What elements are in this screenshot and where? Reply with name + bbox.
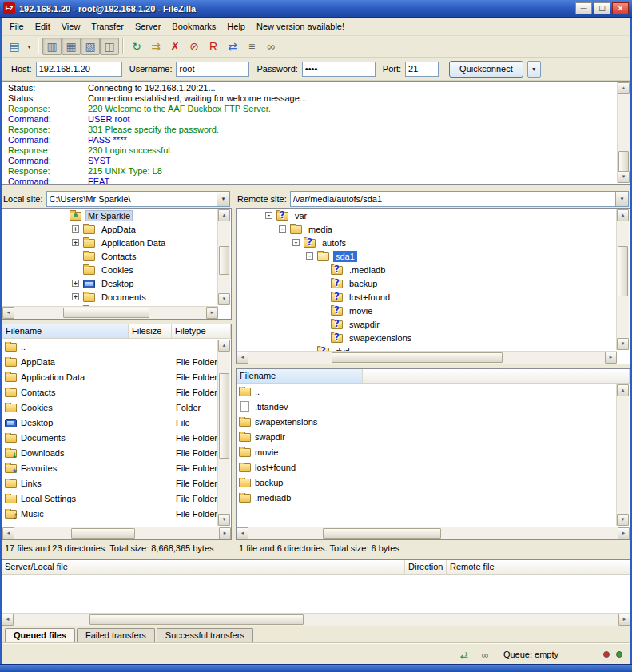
directory-comparison-button[interactable]: ⇄ [223, 38, 242, 55]
scroll-thumb[interactable] [71, 528, 135, 539]
site-manager-dropdown[interactable]: ▾ [24, 38, 34, 55]
scroll-right-icon[interactable]: ► [219, 527, 231, 539]
tree-item[interactable]: + AppData [2, 222, 231, 236]
tree-item[interactable]: + Documents [2, 290, 231, 304]
combo-dropdown-icon[interactable]: ▾ [217, 192, 229, 206]
file-row[interactable]: .. [2, 339, 231, 354]
queue-hscrollbar[interactable]: ◄ ► [2, 613, 630, 626]
scroll-thumb[interactable] [618, 151, 629, 173]
file-row[interactable]: Favorites File Folder [2, 460, 231, 475]
log-scrollbar[interactable]: ▲ ▼ [617, 82, 630, 183]
local-tree-hscrollbar[interactable]: ◄ ► [2, 306, 218, 319]
find-files-button[interactable]: ∞ [261, 38, 280, 55]
expander-icon[interactable]: - [265, 212, 272, 219]
tree-item[interactable]: + Application Data [2, 236, 231, 249]
local-site-input[interactable] [47, 192, 217, 206]
file-row[interactable]: swapdir [237, 429, 630, 444]
host-input[interactable] [36, 62, 122, 77]
scroll-left-icon[interactable]: ◄ [237, 352, 248, 364]
site-manager-button[interactable]: ▤ [5, 38, 24, 55]
reconnect-button[interactable]: R [204, 38, 223, 55]
tree-item[interactable]: - sda1 [237, 249, 630, 263]
tree-item[interactable]: - media [237, 222, 630, 236]
tree-item[interactable]: + Desktop [2, 276, 231, 290]
column-header-remote-file[interactable]: Remote file [447, 560, 630, 574]
remote-site-input[interactable] [291, 192, 615, 206]
scroll-up-icon[interactable]: ▲ [617, 384, 629, 396]
scroll-thumb[interactable] [63, 308, 149, 318]
synchronized-browsing-status-icon[interactable]: ∞ [478, 648, 492, 661]
column-header-filename[interactable]: Filename [2, 324, 129, 338]
queue-tab[interactable]: Queued files [5, 628, 75, 642]
scroll-thumb[interactable] [219, 373, 229, 459]
file-row[interactable]: backup [237, 475, 630, 490]
port-input[interactable] [405, 62, 439, 77]
scroll-down-icon[interactable]: ▼ [218, 514, 230, 526]
scroll-right-icon[interactable]: ► [618, 614, 630, 626]
menu-item[interactable]: Help [221, 19, 251, 34]
title-bar[interactable]: Fz 192.168.1.20 - root@192.168.1.20 - Fi… [0, 0, 632, 18]
scroll-right-icon[interactable]: ► [206, 307, 218, 319]
remote-tree-hscrollbar[interactable]: ◄ ► [237, 351, 617, 364]
combo-dropdown-icon[interactable]: ▾ [615, 192, 628, 206]
file-row[interactable]: Music File Folder [2, 506, 231, 521]
file-row[interactable]: lost+found [237, 459, 630, 475]
expander-icon[interactable]: + [72, 293, 79, 300]
expander-icon[interactable]: + [72, 225, 79, 233]
local-site-combo[interactable]: ▾ [46, 191, 230, 207]
scroll-left-icon[interactable]: ◄ [2, 307, 14, 319]
tree-item[interactable]: backup [237, 276, 630, 290]
file-row[interactable]: Application Data File Folder [2, 369, 231, 384]
column-header-filesize[interactable]: Filesize [129, 324, 172, 338]
cancel-button[interactable]: ✗ [165, 38, 185, 55]
scroll-up-icon[interactable]: ▲ [618, 82, 630, 94]
menu-item[interactable]: View [56, 19, 86, 34]
tree-item[interactable]: - autofs [237, 236, 630, 249]
scroll-thumb[interactable] [332, 352, 503, 363]
local-list-hscrollbar[interactable]: ◄ ► [2, 527, 231, 539]
tree-item[interactable]: movie [237, 304, 630, 317]
scroll-down-icon[interactable]: ▼ [617, 338, 629, 350]
expander-icon[interactable]: - [306, 252, 313, 260]
file-row[interactable]: Local Settings File Folder [2, 491, 231, 506]
minimize-button[interactable]: — [575, 2, 592, 14]
menu-item[interactable]: Transfer [85, 19, 129, 34]
toggle-message-log-button[interactable]: ▥ [42, 38, 62, 55]
scroll-left-icon[interactable]: ◄ [2, 614, 14, 626]
file-row[interactable]: movie [237, 444, 630, 459]
remote-site-combo[interactable]: ▾ [290, 191, 629, 207]
scroll-thumb[interactable] [323, 528, 441, 539]
file-row[interactable]: Desktop File [2, 415, 231, 430]
menu-item[interactable]: Bookmarks [166, 19, 221, 34]
column-header-filetype[interactable]: Filetype [172, 324, 231, 338]
scroll-up-icon[interactable]: ▲ [218, 340, 230, 352]
scroll-right-icon[interactable]: ► [618, 527, 630, 539]
remote-tree-vscrollbar[interactable]: ▲ ▼ [616, 209, 629, 350]
local-list-vscrollbar[interactable]: ▲ ▼ [217, 340, 230, 526]
queue-tab[interactable]: Successful transfers [157, 628, 253, 642]
remote-list-vscrollbar[interactable]: ▲ ▼ [616, 384, 629, 526]
file-row[interactable]: Contacts File Folder [2, 384, 231, 400]
scroll-thumb[interactable] [89, 614, 304, 625]
column-header-filename[interactable]: Filename [237, 369, 363, 383]
scroll-up-icon[interactable]: ▲ [617, 209, 629, 221]
scroll-thumb[interactable] [618, 246, 628, 296]
expander-icon[interactable]: + [72, 239, 79, 246]
tree-item[interactable]: swapextensions [237, 331, 630, 344]
scroll-left-icon[interactable]: ◄ [2, 527, 14, 539]
file-row[interactable]: Downloads File Folder [2, 445, 231, 460]
file-row[interactable]: Documents File Folder [2, 430, 231, 445]
tree-item[interactable]: - var [237, 209, 630, 222]
scroll-thumb[interactable] [219, 246, 229, 275]
scroll-down-icon[interactable]: ▼ [618, 171, 630, 183]
directory-comparison-status-icon[interactable]: ⇄ [457, 648, 471, 661]
file-row[interactable]: .titandev [237, 399, 630, 414]
queue-tab[interactable]: Failed transfers [77, 628, 155, 642]
tree-item[interactable]: Contacts [2, 249, 231, 263]
scroll-down-icon[interactable]: ▼ [617, 514, 629, 526]
tree-item[interactable]: Mr Sparkle [2, 209, 231, 222]
refresh-button[interactable]: ↻ [127, 38, 146, 55]
username-input[interactable] [176, 62, 249, 77]
menu-item[interactable]: Server [129, 19, 166, 34]
column-header-server-local-file[interactable]: Server/Local file [2, 560, 405, 574]
